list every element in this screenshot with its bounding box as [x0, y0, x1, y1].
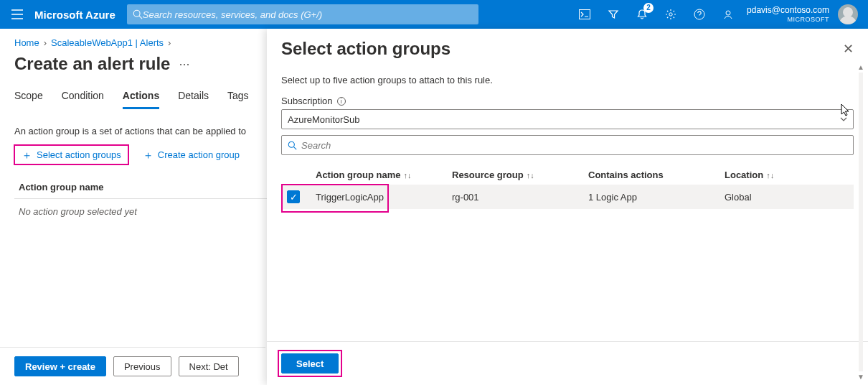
chevron-down-icon: [840, 117, 847, 121]
scrollbar[interactable]: ▲ ▼: [857, 63, 865, 381]
plus-icon: ＋: [22, 149, 32, 160]
col-rg[interactable]: Resource group↑↓: [452, 170, 588, 180]
row-name: TriggerLogicApp: [316, 192, 452, 203]
cloud-shell-icon[interactable]: [570, 0, 599, 29]
global-search[interactable]: [127, 4, 478, 24]
panel-description: Select up to five action groups to attac…: [281, 75, 854, 85]
subscription-dropdown[interactable]: AzureMonitorSub: [281, 109, 854, 129]
wizard-footer: Review + create Previous Next: Det: [0, 347, 265, 385]
close-icon[interactable]: ✕: [843, 42, 854, 55]
svg-point-0: [133, 10, 140, 17]
user-account[interactable]: pdavis@contoso.com MICROSOFT: [742, 5, 834, 24]
global-search-input[interactable]: [143, 9, 473, 20]
svg-point-4: [694, 9, 704, 19]
cmd-label: Select action groups: [37, 149, 121, 160]
select-button[interactable]: Select: [281, 353, 339, 374]
col-name[interactable]: Action group name↑↓: [316, 170, 452, 180]
col-location[interactable]: Location↑↓: [725, 170, 848, 180]
panel-footer: Select: [267, 341, 868, 385]
col-contains[interactable]: Contains actions: [588, 170, 725, 180]
panel-title: Select action groups: [281, 39, 450, 59]
select-action-groups-button[interactable]: ＋ Select action groups: [14, 145, 128, 164]
previous-button[interactable]: Previous: [113, 356, 171, 376]
settings-icon[interactable]: [656, 0, 685, 29]
notification-badge: 2: [643, 3, 654, 13]
hamburger-icon[interactable]: [6, 9, 29, 19]
tab-actions[interactable]: Actions: [123, 90, 159, 109]
filter-icon[interactable]: [599, 0, 628, 29]
info-icon[interactable]: i: [337, 97, 346, 106]
chevron-right-icon: ›: [44, 37, 47, 48]
brand[interactable]: Microsoft Azure: [34, 9, 115, 21]
row-contains: 1 Logic App: [588, 192, 725, 203]
svg-line-7: [293, 147, 296, 149]
action-group-search[interactable]: [281, 135, 854, 155]
tab-condition[interactable]: Condition: [62, 90, 104, 109]
select-action-groups-panel: Select action groups ✕ Select up to five…: [267, 29, 868, 385]
feedback-icon[interactable]: [714, 0, 742, 29]
notifications-icon[interactable]: 2: [628, 0, 656, 29]
table-row[interactable]: ✓ TriggerLogicApp rg-001 1 Logic App Glo…: [281, 185, 854, 209]
review-create-button[interactable]: Review + create: [14, 356, 106, 376]
search-icon: [133, 9, 143, 19]
svg-point-5: [726, 11, 730, 15]
row-checkbox[interactable]: ✓: [287, 190, 300, 203]
action-group-grid: Action group name↑↓ Resource group↑↓ Con…: [281, 165, 854, 209]
page-title: Create an alert rule: [14, 54, 170, 74]
cmd-label: Create action group: [158, 149, 240, 160]
scroll-down-icon[interactable]: ▼: [857, 373, 864, 381]
user-email: pdavis@contoso.com: [747, 5, 829, 16]
create-action-group-button[interactable]: ＋ Create action group: [136, 145, 247, 164]
row-rg: rg-001: [452, 192, 588, 203]
subscription-value: AzureMonitorSub: [288, 114, 359, 125]
next-button[interactable]: Next: Det: [179, 356, 239, 376]
help-icon[interactable]: [685, 0, 714, 29]
svg-point-3: [669, 13, 672, 16]
breadcrumb-item[interactable]: ScaleableWebApp1 | Alerts: [51, 37, 164, 48]
plus-icon: ＋: [143, 149, 154, 160]
subscription-label: Subscription i: [281, 96, 854, 106]
action-group-search-input[interactable]: [301, 140, 847, 151]
scroll-up-icon[interactable]: ▲: [857, 63, 864, 71]
tab-scope[interactable]: Scope: [14, 90, 43, 109]
svg-rect-2: [580, 10, 590, 19]
svg-line-1: [139, 16, 142, 19]
avatar[interactable]: [838, 4, 858, 24]
row-location: Global: [725, 192, 848, 203]
grid-header: Action group name↑↓ Resource group↑↓ Con…: [281, 165, 854, 185]
tab-tags[interactable]: Tags: [227, 90, 249, 109]
breadcrumb-home[interactable]: Home: [14, 37, 39, 48]
more-icon[interactable]: ···: [179, 57, 189, 72]
tab-details[interactable]: Details: [178, 90, 209, 109]
topbar-icons: 2: [570, 0, 742, 29]
chevron-right-icon: ›: [168, 37, 171, 48]
user-tenant: MICROSOFT: [747, 16, 829, 24]
svg-point-6: [288, 142, 294, 147]
search-icon: [288, 141, 297, 150]
azure-topbar: Microsoft Azure 2 pdavis@contoso.com MIC…: [0, 0, 868, 29]
